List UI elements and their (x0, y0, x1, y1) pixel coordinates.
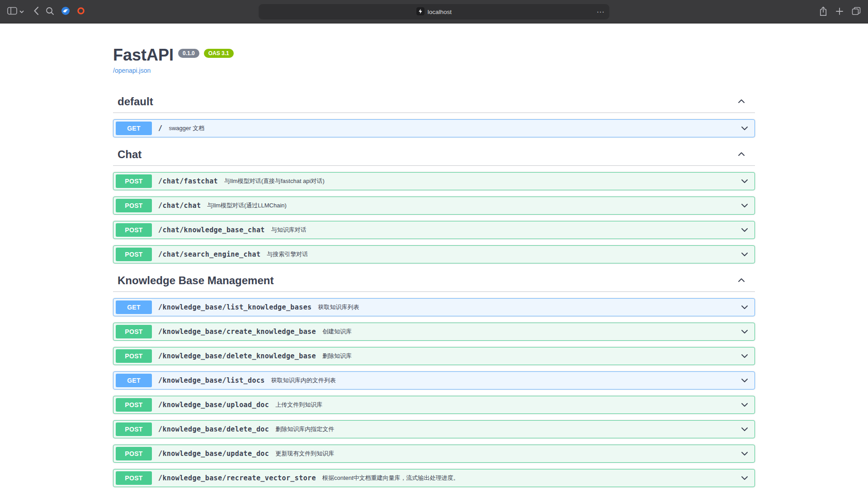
api-section: Chat POST /chat/fastchat 与llm模型对话(直接与fas… (113, 144, 755, 263)
endpoint-row[interactable]: POST /knowledge_base/delete_knowledge_ba… (113, 347, 755, 365)
method-badge: POST (116, 422, 152, 436)
endpoint-path: /knowledge_base/list_docs (158, 376, 265, 385)
endpoint-row[interactable]: POST /knowledge_base/create_knowledge_ba… (113, 323, 755, 341)
chevron-down-icon[interactable] (740, 303, 749, 312)
method-badge: POST (116, 349, 152, 363)
method-badge: GET (116, 122, 152, 135)
sidebar-icon (7, 7, 17, 16)
api-title: FastAPI 0.1.0 OAS 3.1 (113, 46, 755, 64)
new-tab-button[interactable] (835, 7, 844, 17)
section-header[interactable]: Knowledge Base Management (113, 270, 755, 292)
section-collapse-button[interactable] (737, 150, 746, 160)
endpoint-row[interactable]: GET /knowledge_base/list_docs 获取知识库内的文件列… (113, 371, 755, 389)
endpoint-row[interactable]: POST /chat/fastchat 与llm模型对话(直接与fastchat… (113, 172, 755, 190)
endpoint-path: /knowledge_base/delete_doc (158, 425, 269, 433)
endpoint-description: 删除知识库内指定文件 (275, 425, 334, 433)
sidebar-toggle-button[interactable] (7, 7, 17, 16)
endpoint-row[interactable]: POST /chat/search_engine_chat 与搜索引擎对话 (113, 245, 755, 263)
endpoint-description: 上传文件到知识库 (275, 401, 322, 409)
chevron-down-icon[interactable] (740, 352, 749, 361)
oas-badge: OAS 3.1 (204, 49, 234, 58)
endpoint-description: swagger 文档 (169, 124, 204, 132)
endpoint-description: 获取知识库内的文件列表 (271, 376, 336, 385)
section-title: default (118, 95, 153, 108)
api-sections: default GET / swagger 文档 Chat POS (113, 91, 755, 487)
endpoint-path: /knowledge_base/delete_knowledge_base (158, 352, 316, 360)
endpoint-path: /chat/search_engine_chat (158, 250, 260, 258)
site-favicon (416, 7, 425, 17)
share-icon (819, 6, 827, 18)
method-badge: POST (116, 398, 152, 412)
swagger-page: FastAPI 0.1.0 OAS 3.1 /openapi.json defa… (0, 23, 868, 488)
method-badge: POST (116, 447, 152, 460)
version-badge: 0.1.0 (178, 49, 199, 58)
endpoint-description: 删除知识库 (322, 352, 352, 360)
method-badge: POST (116, 223, 152, 237)
endpoint-description: 创建知识库 (322, 328, 352, 336)
api-info: FastAPI 0.1.0 OAS 3.1 /openapi.json (113, 46, 755, 75)
endpoint-path: /knowledge_base/update_doc (158, 450, 269, 458)
endpoint-row[interactable]: POST /knowledge_base/update_doc 更新现有文件到知… (113, 445, 755, 463)
chevron-down-icon[interactable] (740, 400, 749, 409)
chevron-down-icon[interactable] (740, 425, 749, 434)
endpoint-description: 根据content中文档重建向量库，流式输出处理进度。 (322, 474, 459, 482)
back-button[interactable] (33, 6, 39, 17)
section-title: Knowledge Base Management (118, 274, 274, 287)
chevron-down-icon[interactable] (740, 376, 749, 385)
section-header[interactable]: Chat (113, 144, 755, 166)
section-operations: GET /knowledge_base/list_knowledge_bases… (113, 298, 755, 487)
chevron-down-icon[interactable] (740, 250, 749, 259)
chevron-down-icon[interactable] (740, 474, 749, 483)
openapi-spec-link[interactable]: /openapi.json (113, 67, 151, 74)
endpoint-row[interactable]: POST /knowledge_base/delete_doc 删除知识库内指定… (113, 420, 755, 438)
plus-icon (835, 7, 844, 17)
section-title: Chat (118, 148, 142, 161)
chevron-down-icon (19, 8, 24, 15)
sidebar-menu-button[interactable] (19, 8, 24, 15)
share-button[interactable] (819, 6, 827, 18)
chevron-down-icon[interactable] (740, 201, 749, 210)
endpoint-row[interactable]: POST /knowledge_base/recreate_vector_sto… (113, 469, 755, 487)
endpoint-description: 与搜索引擎对话 (267, 250, 308, 258)
endpoint-description: 与llm模型对话(直接与fastchat api对话) (224, 177, 325, 185)
chevron-down-icon[interactable] (740, 449, 749, 458)
section-collapse-button[interactable] (737, 276, 746, 286)
endpoint-path: /chat/knowledge_base_chat (158, 226, 265, 234)
page-settings-button[interactable]: ⋯ (595, 6, 606, 17)
endpoint-path: /knowledge_base/list_knowledge_bases (158, 303, 312, 311)
endpoint-row[interactable]: GET / swagger 文档 (113, 119, 755, 137)
section-operations: POST /chat/fastchat 与llm模型对话(直接与fastchat… (113, 172, 755, 263)
chevron-up-icon (737, 97, 746, 107)
chevron-up-icon (737, 150, 746, 160)
chevron-down-icon[interactable] (740, 124, 749, 133)
method-badge: POST (116, 471, 152, 485)
search-button[interactable] (46, 7, 54, 17)
method-badge: POST (116, 248, 152, 261)
extension-button-orange[interactable] (77, 7, 85, 16)
address-text: localhost (428, 9, 452, 15)
toolbar-right-group (819, 0, 861, 23)
endpoint-row[interactable]: POST /chat/knowledge_base_chat 与知识库对话 (113, 221, 755, 239)
toolbar-left-group (7, 6, 92, 17)
tabs-overview-icon (852, 7, 861, 17)
section-operations: GET / swagger 文档 (113, 119, 755, 137)
section-header[interactable]: default (113, 91, 755, 113)
method-badge: POST (116, 325, 152, 338)
endpoint-description: 更新现有文件到知识库 (275, 450, 334, 458)
chevron-down-icon[interactable] (740, 327, 749, 336)
endpoint-row[interactable]: POST /knowledge_base/upload_doc 上传文件到知识库 (113, 396, 755, 414)
endpoint-row[interactable]: GET /knowledge_base/list_knowledge_bases… (113, 298, 755, 316)
chevron-left-icon (33, 6, 39, 17)
address-bar[interactable]: localhost ⋯ (259, 4, 609, 19)
extension-button-blue[interactable] (61, 6, 70, 17)
api-title-text: FastAPI (113, 46, 174, 64)
endpoint-path: /chat/fastchat (158, 177, 218, 185)
api-section: Knowledge Base Management GET /knowledge… (113, 270, 755, 487)
chevron-down-icon[interactable] (740, 177, 749, 186)
tab-overview-button[interactable] (852, 7, 861, 17)
blue-bird-extension-icon (61, 6, 70, 17)
method-badge: POST (116, 174, 152, 188)
section-collapse-button[interactable] (737, 97, 746, 107)
chevron-down-icon[interactable] (740, 225, 749, 235)
endpoint-row[interactable]: POST /chat/chat 与llm模型对话(通过LLMChain) (113, 197, 755, 215)
